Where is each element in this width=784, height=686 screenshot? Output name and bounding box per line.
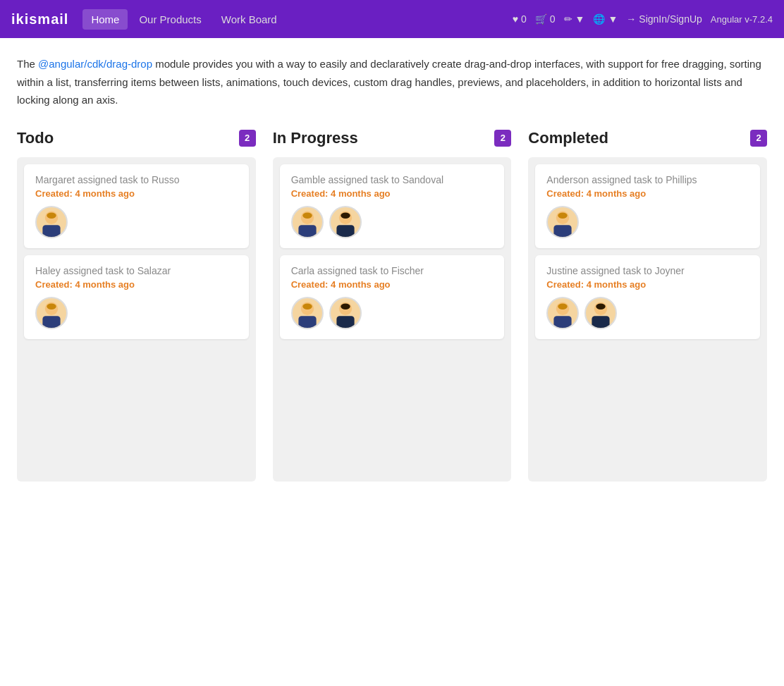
pencil-icon: ✏ bbox=[564, 13, 572, 25]
todo-card-1-title: Margaret assigned task to Russo bbox=[35, 174, 238, 185]
column-completed-body: Anderson assigned task to Phillips Creat… bbox=[528, 157, 767, 482]
svg-rect-21 bbox=[336, 316, 354, 328]
heart-icon: ♥ bbox=[513, 13, 518, 25]
globe-icon: 🌐 bbox=[593, 13, 605, 25]
intro-paragraph: The @angular/cdk/drag-drop module provid… bbox=[17, 55, 764, 109]
svg-point-23 bbox=[341, 303, 350, 309]
pencil-dropdown[interactable]: ✏ ▼ bbox=[564, 13, 585, 25]
svg-point-7 bbox=[47, 303, 56, 309]
pencil-chevron: ▼ bbox=[575, 13, 585, 25]
svg-rect-5 bbox=[42, 316, 60, 328]
svg-point-19 bbox=[302, 303, 312, 309]
todo-card-2[interactable]: Haley assigned task to Salazar Created: … bbox=[24, 255, 249, 339]
heart-button[interactable]: ♥ 0 bbox=[513, 13, 527, 25]
signin-icon: → bbox=[626, 13, 636, 25]
column-todo-badge: 2 bbox=[239, 130, 256, 147]
completed-card-1-avatars bbox=[546, 206, 749, 238]
column-completed-header: Completed 2 bbox=[528, 129, 767, 147]
svg-point-31 bbox=[558, 303, 568, 309]
svg-rect-33 bbox=[592, 316, 610, 328]
svg-rect-1 bbox=[42, 225, 60, 237]
version-label: Angular v-7.2.4 bbox=[711, 14, 773, 25]
svg-point-35 bbox=[596, 303, 606, 309]
svg-point-15 bbox=[341, 212, 350, 218]
avatar bbox=[35, 206, 68, 238]
avatar bbox=[291, 297, 324, 329]
svg-point-3 bbox=[47, 212, 56, 218]
completed-card-1-title: Anderson assigned task to Phillips bbox=[546, 174, 749, 185]
completed-card-1-created: Created: 4 months ago bbox=[546, 188, 749, 199]
inprogress-card-2-avatars bbox=[291, 297, 494, 329]
cdk-link[interactable]: @angular/cdk/drag-drop bbox=[38, 58, 152, 70]
inprogress-card-1-created: Created: 4 months ago bbox=[291, 188, 494, 199]
completed-card-2-created: Created: 4 months ago bbox=[546, 279, 749, 290]
avatar bbox=[546, 206, 579, 238]
svg-rect-29 bbox=[554, 316, 572, 328]
inprogress-card-1[interactable]: Gamble assigned task to Sandoval Created… bbox=[280, 164, 505, 248]
avatar bbox=[329, 206, 362, 238]
column-todo-title: Todo bbox=[17, 129, 54, 147]
heart-count: 0 bbox=[521, 13, 527, 25]
nav-home[interactable]: Home bbox=[82, 9, 128, 30]
column-completed-badge: 2 bbox=[750, 130, 767, 147]
column-todo-body: Margaret assigned task to Russo Created:… bbox=[17, 157, 256, 482]
column-inprogress-header: In Progress 2 bbox=[273, 129, 512, 147]
avatar bbox=[291, 206, 324, 238]
svg-rect-25 bbox=[554, 225, 572, 237]
column-todo-header: Todo 2 bbox=[17, 129, 256, 147]
brand-logo: ikismail bbox=[11, 11, 68, 27]
todo-card-1-avatars bbox=[35, 206, 238, 238]
todo-card-2-created: Created: 4 months ago bbox=[35, 279, 238, 290]
column-todo: Todo 2 Margaret assigned task to Russo C… bbox=[17, 129, 256, 482]
avatar bbox=[584, 297, 617, 329]
column-inprogress-body: Gamble assigned task to Sandoval Created… bbox=[273, 157, 512, 482]
todo-card-2-title: Haley assigned task to Salazar bbox=[35, 265, 238, 276]
completed-card-2-title: Justine assigned task to Joyner bbox=[546, 265, 749, 276]
cart-button[interactable]: 🛒 0 bbox=[535, 13, 556, 25]
globe-dropdown[interactable]: 🌐 ▼ bbox=[593, 13, 618, 25]
svg-point-11 bbox=[302, 212, 312, 218]
completed-card-1[interactable]: Anderson assigned task to Phillips Creat… bbox=[535, 164, 760, 248]
avatar bbox=[329, 297, 362, 329]
column-inprogress-title: In Progress bbox=[273, 129, 358, 147]
column-inprogress-badge: 2 bbox=[494, 130, 511, 147]
avatar bbox=[35, 297, 68, 329]
inprogress-card-2[interactable]: Carla assigned task to Fischer Created: … bbox=[280, 255, 505, 339]
inprogress-card-1-title: Gamble assigned task to Sandoval bbox=[291, 174, 494, 185]
navbar: ikismail Home Our Products Work Board ♥ … bbox=[0, 0, 784, 38]
inprogress-card-1-avatars bbox=[291, 206, 494, 238]
signin-button[interactable]: → SignIn/SignUp bbox=[626, 13, 702, 25]
completed-card-2-avatars bbox=[546, 297, 749, 329]
main-content: The @angular/cdk/drag-drop module provid… bbox=[0, 38, 784, 482]
todo-card-1-created: Created: 4 months ago bbox=[35, 188, 238, 199]
globe-chevron: ▼ bbox=[608, 13, 618, 25]
nav-our-products[interactable]: Our Products bbox=[130, 9, 209, 30]
todo-card-2-avatars bbox=[35, 297, 238, 329]
inprogress-card-2-created: Created: 4 months ago bbox=[291, 279, 494, 290]
inprogress-card-2-title: Carla assigned task to Fischer bbox=[291, 265, 494, 276]
nav-work-board[interactable]: Work Board bbox=[213, 9, 286, 30]
svg-rect-9 bbox=[298, 225, 316, 237]
intro-text-before: The bbox=[17, 58, 38, 70]
svg-rect-13 bbox=[336, 225, 354, 237]
svg-rect-17 bbox=[298, 316, 316, 328]
signin-label: SignIn/SignUp bbox=[639, 13, 702, 25]
column-completed-title: Completed bbox=[528, 129, 608, 147]
avatar bbox=[546, 297, 579, 329]
completed-card-2[interactable]: Justine assigned task to Joyner Created:… bbox=[535, 255, 760, 339]
todo-card-1[interactable]: Margaret assigned task to Russo Created:… bbox=[24, 164, 249, 248]
nav-links: Home Our Products Work Board bbox=[82, 9, 512, 30]
kanban-board: Todo 2 Margaret assigned task to Russo C… bbox=[17, 129, 767, 482]
cart-icon: 🛒 bbox=[535, 13, 547, 25]
svg-point-27 bbox=[558, 212, 568, 218]
column-completed: Completed 2 Anderson assigned task to Ph… bbox=[528, 129, 767, 482]
cart-count: 0 bbox=[550, 13, 556, 25]
nav-right: ♥ 0 🛒 0 ✏ ▼ 🌐 ▼ → SignIn/SignUp Angular … bbox=[513, 13, 773, 25]
column-inprogress: In Progress 2 Gamble assigned task to Sa… bbox=[273, 129, 512, 482]
